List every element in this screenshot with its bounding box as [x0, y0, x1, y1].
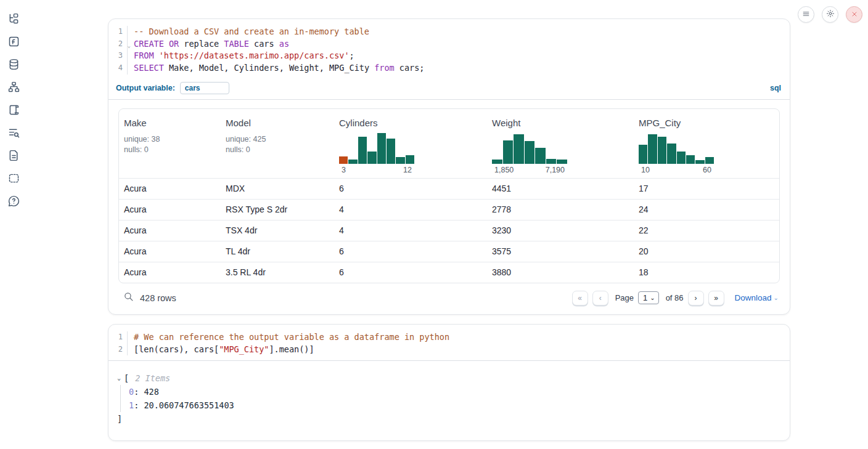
column-header[interactable]: Cylinders312 [334, 115, 487, 178]
column-histogram: 312 [339, 132, 414, 174]
first-page-icon: « [578, 294, 582, 302]
prev-page-icon: ‹ [599, 294, 602, 302]
column-stats: unique: 38nulls: 0 [124, 134, 215, 155]
line-number: 2⌄ [108, 38, 127, 51]
snippets-code-icon[interactable] [7, 172, 20, 185]
tree-collapse-icon[interactable]: ⌄ [117, 371, 121, 385]
table-cell: 17 [634, 179, 779, 199]
prev-page-button[interactable]: ‹ [592, 291, 608, 305]
list-search-icon[interactable] [7, 126, 20, 139]
python-code-editor[interactable]: 1# We can reference the output variable … [108, 325, 790, 360]
histogram-bar [525, 141, 535, 164]
table-cell: 4 [334, 200, 487, 220]
search-icon[interactable] [123, 291, 134, 304]
scroll-logs-icon[interactable] [7, 103, 20, 116]
line-number: 3 [108, 50, 127, 62]
code-line[interactable]: 2[len(cars), cars["MPG_City"].mean()] [108, 344, 790, 356]
table-cell: 18 [634, 262, 779, 283]
settings-button[interactable] [822, 6, 838, 23]
histogram-bar [705, 157, 714, 164]
menu-button[interactable] [798, 6, 814, 23]
code-text: CREATE OR replace TABLE cars as [127, 38, 289, 51]
column-header[interactable]: Weight1,8507,190 [487, 115, 634, 178]
table-cell: 6 [334, 241, 487, 262]
table-header-row: Makeunique: 38nulls: 0Modelunique: 425nu… [119, 109, 779, 178]
table-cell: 20 [634, 241, 779, 262]
table-row[interactable]: AcuraTSX 4dr4323022 [119, 220, 779, 241]
histogram-bar [514, 134, 524, 164]
table-row[interactable]: AcuraMDX6445117 [119, 178, 779, 199]
next-page-icon: › [695, 294, 697, 302]
table-row[interactable]: AcuraRSX Type S 2dr4277824 [119, 199, 779, 220]
table-cell: Acura [119, 220, 221, 241]
shutdown-button[interactable] [846, 6, 862, 23]
code-line[interactable]: 4SELECT Make, Model, Cylinders, Weight, … [108, 62, 790, 75]
last-page-icon: » [714, 294, 718, 302]
file-tree-icon[interactable] [7, 12, 20, 25]
column-histogram: 1060 [639, 132, 714, 174]
output-variable-input[interactable] [180, 82, 229, 94]
sql-code-editor[interactable]: 1-- Download a CSV and create an in-memo… [108, 19, 790, 79]
last-page-button[interactable]: » [708, 291, 724, 305]
document-icon[interactable] [7, 149, 20, 162]
page-select-value: 1 [643, 293, 647, 302]
histogram-bar [396, 157, 404, 164]
next-page-button[interactable]: › [688, 291, 704, 305]
table-cell: 3575 [487, 241, 634, 262]
fold-chevron-icon[interactable]: ⌄ [128, 40, 131, 52]
line-number: 4 [108, 62, 127, 75]
table-row[interactable]: Acura3.5 RL 4dr6388018 [119, 262, 779, 283]
code-line[interactable]: 1-- Download a CSV and create an in-memo… [108, 26, 790, 38]
helper-panel-sidebar [0, 0, 27, 449]
python-output-tree: ⌄[ 2 Items0: 4281: 20.060747663551403] [108, 361, 790, 440]
code-text: -- Download a CSV and create an in-memor… [127, 26, 369, 38]
tree-entry: 1: 20.060747663551403 [129, 398, 780, 412]
histogram-bar [492, 160, 502, 164]
page-select[interactable]: 1 ⌄ [638, 291, 659, 304]
page-total-label: of 86 [666, 293, 684, 302]
table-cell: 6 [334, 262, 487, 283]
download-button[interactable]: Download ⌄ [735, 293, 779, 302]
code-line[interactable]: 1# We can reference the output variable … [108, 331, 790, 344]
column-header[interactable]: MPG_City1060 [634, 115, 779, 178]
first-page-button[interactable]: « [572, 291, 588, 305]
chevron-down-icon: ⌄ [650, 294, 655, 301]
database-icon[interactable] [7, 58, 20, 71]
code-text: SELECT Make, Model, Cylinders, Weight, M… [127, 62, 424, 75]
code-text: # We can reference the output variable a… [127, 331, 449, 344]
scratchpad-f-icon[interactable] [7, 35, 20, 48]
code-line[interactable]: 3FROM 'https://datasets.marimo.app/cars.… [108, 50, 790, 62]
language-badge[interactable]: sql [770, 84, 781, 92]
column-name: Weight [492, 118, 628, 128]
chevron-down-icon: ⌄ [774, 294, 779, 301]
page-label: Page [615, 293, 634, 302]
column-header[interactable]: Makeunique: 38nulls: 0 [119, 115, 221, 178]
dependency-graph-icon[interactable] [7, 81, 20, 94]
histogram-bar [348, 160, 357, 164]
sql-console-row: Output variable: sql [108, 79, 790, 99]
table-cell: RSX Type S 2dr [221, 200, 334, 220]
table-cell: Acura [119, 200, 221, 220]
histogram-bar [367, 152, 376, 164]
histogram-bar [358, 137, 367, 164]
table-cell: TSX 4dr [221, 220, 334, 241]
column-name: Make [124, 118, 215, 128]
histogram-bar [677, 152, 686, 164]
table-row[interactable]: AcuraTL 4dr6357520 [119, 241, 779, 262]
code-line[interactable]: 2⌄CREATE OR replace TABLE cars as [108, 38, 790, 51]
column-name: Model [226, 118, 328, 128]
result-table: Makeunique: 38nulls: 0Modelunique: 425nu… [118, 108, 780, 283]
histogram-bar [535, 148, 546, 164]
hamburger-menu-icon [802, 9, 810, 20]
column-name: MPG_City [639, 118, 773, 128]
table-cell: 24 [634, 200, 779, 220]
column-header[interactable]: Modelunique: 425nulls: 0 [221, 115, 334, 178]
line-number: 1 [108, 26, 127, 38]
histogram-bar [648, 134, 657, 164]
table-body: AcuraMDX6445117AcuraRSX Type S 2dr427782… [119, 178, 779, 283]
table-footer: 428 rows « ‹ Page 1 ⌄ of 86 [118, 283, 780, 314]
histogram-bar [695, 160, 704, 164]
help-bubble-icon[interactable] [7, 195, 20, 208]
sql-output-section: Makeunique: 38nulls: 0Modelunique: 425nu… [108, 100, 790, 314]
histogram-bar [667, 144, 676, 164]
